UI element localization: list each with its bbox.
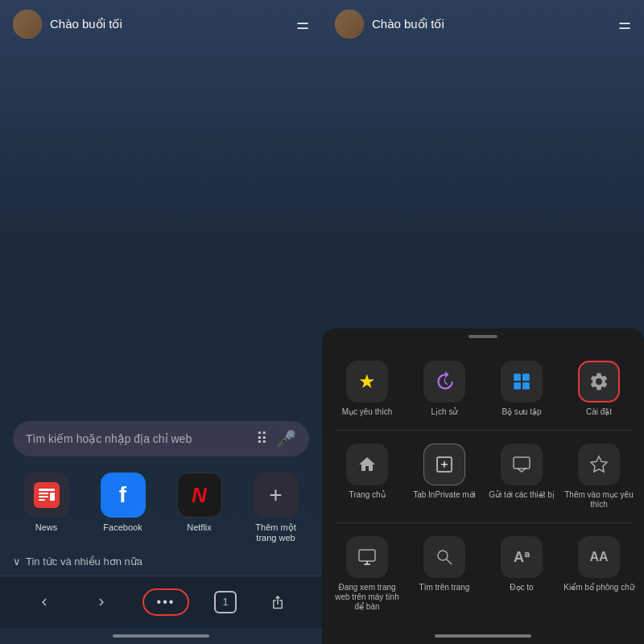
right-top-bar: Chào buổi tối ⚌ — [322, 0, 644, 48]
menu-item-desktop[interactable]: Đang xem trang web trên máy tính để bàn — [328, 526, 406, 621]
left-panel: Chào buổi tối ⚌ Tìm kiếm hoặc nhập địa c… — [0, 0, 322, 644]
menu-item-home[interactable]: Trang chủ — [328, 434, 406, 519]
news-toggle[interactable]: ∨ Tin tức và nhiều hơn nữa — [13, 555, 309, 568]
history-icon-circle — [423, 361, 465, 402]
home-icon — [357, 455, 377, 474]
send-label: Gửi tới các thiết bị — [489, 490, 555, 500]
facebook-label: Facebook — [103, 522, 142, 532]
svg-rect-6 — [522, 374, 530, 381]
share-button[interactable] — [262, 586, 294, 618]
desktop-label: Đang xem trang web trên máy tính để bàn — [332, 583, 402, 612]
facebook-icon-bg: f — [101, 473, 146, 518]
bottom-nav-left: ••• 1 — [0, 576, 322, 628]
inprivate-label: Tab InPrivate mới — [413, 490, 476, 500]
right-greeting-text: Chào buổi tối — [372, 17, 610, 31]
chevron-down-icon: ∨ — [13, 555, 21, 568]
left-top-bar: Chào buổi tối ⚌ — [0, 0, 322, 48]
right-settings-icon[interactable]: ⚌ — [618, 15, 631, 33]
svg-rect-12 — [514, 457, 530, 469]
menu-item-send[interactable]: Gửi tới các thiết bị — [483, 434, 560, 519]
desktop-icon-circle — [346, 536, 388, 578]
right-panel: Chào buổi tối ⚌ Tìm kiếm hoặc nhập địa c… — [322, 0, 644, 644]
readloud-icon-circle: Aᵃ — [501, 536, 543, 578]
svg-rect-5 — [514, 374, 521, 381]
readloud-icon: Aᵃ — [514, 548, 530, 566]
findpage-icon-circle — [423, 536, 465, 578]
settings-label: Cài đặt — [586, 407, 612, 417]
font-label: Kiểm bổ phông chữ — [564, 583, 634, 592]
menu-item-findpage[interactable]: Tìm trên trang — [406, 526, 483, 621]
more-button[interactable]: ••• — [142, 588, 190, 616]
svg-rect-2 — [39, 496, 48, 497]
greeting-text: Chào buổi tối — [50, 17, 288, 31]
svg-rect-1 — [39, 493, 48, 494]
menu-item-collections[interactable]: Bộ sưu tập — [483, 351, 560, 427]
favorites-icon-circle: ★ — [346, 361, 388, 402]
netflix-icon: N — [192, 483, 207, 508]
qr-icon[interactable]: ⠿ — [256, 429, 268, 448]
addfav-icon-circle — [578, 444, 620, 485]
inprivate-icon — [435, 455, 454, 474]
font-icon-circle: AA — [578, 536, 620, 578]
bottom-sheet: ★ Mục yêu thích Lịch sử — [322, 328, 644, 644]
add-label: Thêm một trang web — [252, 522, 300, 543]
svg-rect-4 — [50, 493, 55, 501]
addfav-icon — [589, 455, 609, 474]
inprivate-icon-circle — [423, 444, 465, 485]
menu-item-font[interactable]: AA Kiểm bổ phông chữ — [560, 526, 638, 621]
menu-item-addfav[interactable]: Thêm vào mục yêu thích — [560, 434, 638, 519]
svg-rect-13 — [359, 550, 375, 561]
netflix-label: Netflix — [187, 522, 212, 532]
svg-rect-8 — [522, 382, 530, 390]
collections-icon-circle — [501, 361, 543, 402]
avatar — [13, 10, 42, 39]
home-bar — [113, 634, 209, 638]
news-icon — [34, 482, 60, 508]
menu-item-settings[interactable]: Cài đặt — [560, 351, 638, 427]
news-label: News — [35, 522, 58, 532]
quick-links: News f Facebook N Netflix + Thêm một tra… — [0, 473, 322, 543]
news-toggle-label: Tin tức và nhiều hơn nữa — [26, 555, 142, 568]
svg-rect-3 — [39, 499, 45, 501]
history-icon — [434, 371, 455, 392]
quick-link-news[interactable]: News — [13, 473, 80, 543]
send-icon — [512, 455, 531, 474]
svg-line-17 — [447, 559, 452, 564]
right-avatar — [335, 10, 364, 39]
forward-button[interactable] — [85, 586, 118, 618]
add-icon-bg: + — [254, 473, 299, 518]
back-button[interactable] — [28, 586, 60, 618]
menu-row-1: ★ Mục yêu thích Lịch sử — [322, 351, 644, 427]
menu-item-favorites[interactable]: ★ Mục yêu thích — [328, 351, 406, 427]
desktop-icon — [357, 547, 377, 567]
home-icon-circle — [346, 444, 388, 485]
search-area-left: Tìm kiếm hoặc nhập địa chỉ web ⠿ 🎤 — [0, 421, 322, 456]
settings-icon[interactable]: ⚌ — [296, 15, 309, 33]
menu-item-inprivate[interactable]: Tab InPrivate mới — [406, 434, 483, 519]
menu-item-history[interactable]: Lịch sử — [406, 351, 483, 427]
addfav-label: Thêm vào mục yêu thích — [564, 490, 634, 510]
quick-link-facebook[interactable]: f Facebook — [89, 473, 156, 543]
home-label: Trang chủ — [349, 490, 385, 500]
news-icon-bg — [24, 473, 69, 518]
findpage-label: Tìm trên trang — [419, 583, 470, 592]
menu-row-2: Trang chủ Tab InPrivate mới — [322, 434, 644, 519]
menu-divider-1 — [335, 430, 631, 431]
quick-link-add[interactable]: + Thêm một trang web — [242, 473, 309, 543]
collections-label: Bộ sưu tập — [502, 407, 541, 417]
mic-icon[interactable]: 🎤 — [276, 429, 296, 448]
news-section: ∨ Tin tức và nhiều hơn nữa — [0, 555, 322, 568]
menu-item-readloud[interactable]: Aᵃ Đọc to — [483, 526, 560, 621]
history-label: Lịch sử — [431, 407, 458, 417]
tab-count[interactable]: 1 — [214, 591, 237, 613]
menu-divider-2 — [335, 522, 631, 523]
send-icon-circle — [501, 444, 543, 485]
search-bar-left[interactable]: Tìm kiếm hoặc nhập địa chỉ web ⠿ 🎤 — [13, 421, 309, 456]
settings-cog-icon — [588, 371, 609, 392]
facebook-icon: f — [119, 482, 126, 508]
tab-count-label: 1 — [223, 597, 229, 608]
settings-icon-circle — [578, 361, 620, 402]
right-home-bar — [435, 634, 531, 638]
menu-row-3: Đang xem trang web trên máy tính để bàn … — [322, 526, 644, 621]
quick-link-netflix[interactable]: N Netflix — [166, 473, 233, 543]
